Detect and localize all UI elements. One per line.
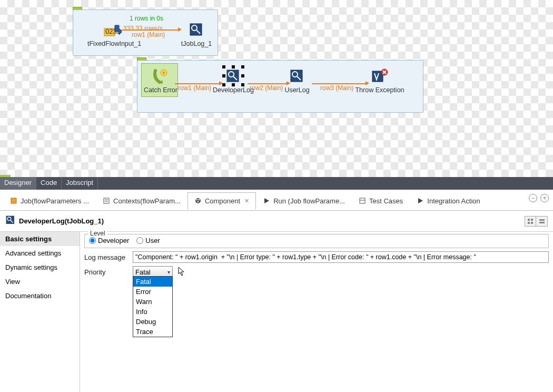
run-icon xyxy=(263,197,270,204)
maximize-button[interactable]: + xyxy=(540,194,549,202)
radio-label: User xyxy=(145,237,160,244)
svg-rect-33 xyxy=(531,222,533,224)
node-label: UserLog xyxy=(281,86,313,94)
svg-rect-30 xyxy=(528,219,530,221)
tab-label: Job(flowParameters ... xyxy=(21,197,89,205)
svg-point-20 xyxy=(196,199,198,201)
tab-run[interactable]: Run (Job flowParame... xyxy=(256,192,352,209)
node-label: tFixedFlowInput_1 xyxy=(87,40,138,47)
node-tjoblog-1[interactable]: tJobLog_1 xyxy=(178,21,215,47)
priority-option-warn[interactable]: Warn xyxy=(133,297,172,307)
level-developer-radio[interactable]: Developer xyxy=(89,237,129,244)
node-label: Catch Error xyxy=(142,86,179,94)
tfixedflowinput-icon: 0232 xyxy=(104,21,122,39)
svg-point-6 xyxy=(163,72,165,74)
minimize-button[interactable]: − xyxy=(529,194,537,202)
tab-label: Component xyxy=(205,197,240,205)
active-indicator xyxy=(0,175,11,177)
priority-value: Fatal xyxy=(135,268,151,276)
tab-job[interactable]: Job(flowParameters ... xyxy=(3,192,96,209)
tab-test-cases[interactable]: Test Cases xyxy=(352,192,410,209)
svg-rect-35 xyxy=(539,222,545,223)
tab-jobscript[interactable]: Jobscript xyxy=(62,177,98,190)
link-label-row3: row3 (Main) xyxy=(320,84,353,92)
priority-option-info[interactable]: Info xyxy=(133,307,172,317)
svg-rect-24 xyxy=(360,198,365,203)
svg-rect-32 xyxy=(528,222,530,224)
side-advanced-settings[interactable]: Advanced settings xyxy=(0,246,80,260)
priority-label: Priority xyxy=(84,268,133,276)
throw-exception-icon xyxy=(371,67,389,85)
integration-icon xyxy=(417,197,424,204)
priority-option-trace[interactable]: Trace xyxy=(133,327,172,337)
radio-input[interactable] xyxy=(89,237,96,244)
node-throw-exception[interactable]: Throw Exception xyxy=(351,67,409,94)
view-grid-button[interactable] xyxy=(525,216,536,227)
joblog-icon xyxy=(288,67,306,85)
tab-component[interactable]: Component ✕ xyxy=(187,192,256,209)
catch-error-icon xyxy=(152,67,170,85)
settings-form: Level Developer User Log message Priorit… xyxy=(80,232,553,392)
editor-tabs: Job(flowParameters ... Contexts(flowPara… xyxy=(0,190,553,211)
level-fieldset: Level Developer User xyxy=(84,234,549,248)
priority-option-fatal[interactable]: Fatal xyxy=(133,277,172,287)
svg-point-22 xyxy=(197,201,199,203)
component-header: DeveloperLog(tJobLog_1) xyxy=(0,211,553,232)
svg-point-21 xyxy=(199,199,200,201)
joblog-icon xyxy=(5,215,16,227)
settings-side-list: Basic settings Advanced settings Dynamic… xyxy=(0,232,80,392)
svg-marker-23 xyxy=(264,198,269,203)
radio-label: Developer xyxy=(98,237,129,244)
side-documentation[interactable]: Documentation xyxy=(0,289,80,303)
test-cases-icon xyxy=(359,197,366,204)
priority-option-error[interactable]: Error xyxy=(133,287,172,297)
node-label: tJobLog_1 xyxy=(178,40,215,47)
svg-rect-31 xyxy=(531,219,533,221)
node-tfixedflowinput[interactable]: 0232 tFixedFlowInput_1 xyxy=(87,21,138,47)
subjob-collapse-toggle[interactable] xyxy=(137,57,146,61)
side-dynamic-settings[interactable]: Dynamic settings xyxy=(0,260,80,275)
tab-integration-action[interactable]: Integration Action xyxy=(410,192,487,209)
bottom-view-tabs: Designer Code Jobscript xyxy=(0,177,553,190)
node-userlog[interactable]: UserLog xyxy=(281,67,313,94)
svg-rect-34 xyxy=(539,219,545,221)
level-user-radio[interactable]: User xyxy=(136,237,160,244)
priority-dropdown[interactable]: Fatal Error Warn Info Debug Trace xyxy=(133,276,173,337)
component-title: DeveloperLog(tJobLog_1) xyxy=(19,217,104,225)
side-basic-settings[interactable]: Basic settings xyxy=(0,232,80,246)
node-label: Throw Exception xyxy=(351,86,409,94)
radio-input[interactable] xyxy=(136,237,143,244)
subjob-collapse-toggle[interactable] xyxy=(73,7,82,10)
contexts-icon xyxy=(103,197,110,204)
tab-designer[interactable]: Designer xyxy=(0,177,36,190)
tab-label: Integration Action xyxy=(427,197,480,205)
priority-option-debug[interactable]: Debug xyxy=(133,317,172,327)
design-canvas[interactable]: 1 rows in 0s 333.33 rows/s row1 (Main) 0… xyxy=(0,0,553,177)
side-view[interactable]: View xyxy=(0,275,80,289)
link-label-row1b: row1 (Main) xyxy=(178,84,211,92)
component-icon xyxy=(194,197,202,204)
tab-label: Test Cases xyxy=(369,197,403,205)
svg-point-19 xyxy=(195,198,201,203)
svg-marker-26 xyxy=(418,198,423,203)
link-label-row2: row2 (Main) xyxy=(250,84,283,92)
selection-handles[interactable] xyxy=(223,66,243,85)
log-message-input[interactable] xyxy=(133,251,549,263)
tab-code[interactable]: Code xyxy=(36,177,62,190)
chevron-down-icon: ▾ xyxy=(167,269,170,275)
joblog-icon xyxy=(187,21,205,39)
view-list-button[interactable] xyxy=(536,216,548,227)
tab-label: Contexts(flowParam... xyxy=(113,197,181,205)
log-message-label: Log message xyxy=(84,253,133,261)
node-catch-error[interactable]: Catch Error xyxy=(142,67,179,94)
tab-label: Run (Job flowParame... xyxy=(273,197,345,205)
tab-contexts[interactable]: Contexts(flowParam... xyxy=(96,192,187,209)
svg-rect-15 xyxy=(11,198,16,203)
job-icon xyxy=(10,197,17,204)
close-icon[interactable]: ✕ xyxy=(244,198,249,204)
svg-rect-16 xyxy=(104,198,109,203)
level-legend: Level xyxy=(88,230,107,237)
